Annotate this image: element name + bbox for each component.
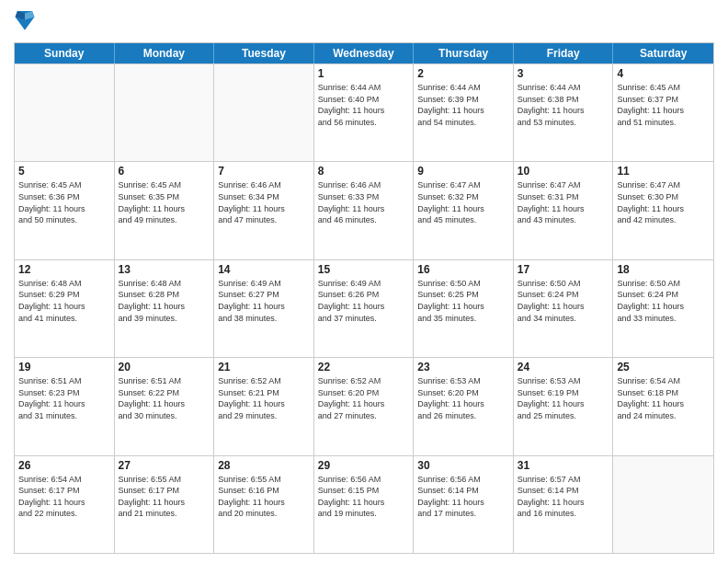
day-number: 24 xyxy=(518,361,609,373)
day-number: 25 xyxy=(617,361,710,373)
weekday-header-monday: Monday xyxy=(115,43,215,63)
cell-info: Sunrise: 6:44 AM Sunset: 6:39 PM Dayligh… xyxy=(417,82,509,128)
calendar-cell-day-30: 30Sunrise: 6:56 AM Sunset: 6:14 PM Dayli… xyxy=(414,456,514,553)
day-number: 28 xyxy=(218,459,310,472)
weekday-header-sunday: Sunday xyxy=(15,43,115,63)
cell-info: Sunrise: 6:53 AM Sunset: 6:20 PM Dayligh… xyxy=(417,375,509,421)
cell-info: Sunrise: 6:44 AM Sunset: 6:40 PM Dayligh… xyxy=(318,82,410,128)
weekday-header-thursday: Thursday xyxy=(414,43,514,63)
calendar-cell-day-22: 22Sunrise: 6:52 AM Sunset: 6:20 PM Dayli… xyxy=(314,358,415,454)
cell-info: Sunrise: 6:50 AM Sunset: 6:24 PM Dayligh… xyxy=(518,278,609,324)
cell-info: Sunrise: 6:54 AM Sunset: 6:18 PM Dayligh… xyxy=(617,375,710,421)
cell-info: Sunrise: 6:50 AM Sunset: 6:24 PM Dayligh… xyxy=(617,278,710,324)
calendar-cell-empty xyxy=(15,64,115,161)
header xyxy=(14,9,714,35)
day-number: 2 xyxy=(417,67,509,80)
cell-info: Sunrise: 6:51 AM Sunset: 6:22 PM Dayligh… xyxy=(119,375,210,421)
calendar-cell-day-11: 11Sunrise: 6:47 AM Sunset: 6:30 PM Dayli… xyxy=(613,162,713,259)
calendar-cell-day-20: 20Sunrise: 6:51 AM Sunset: 6:22 PM Dayli… xyxy=(115,358,215,454)
day-number: 26 xyxy=(18,459,110,472)
day-number: 15 xyxy=(318,263,410,276)
cell-info: Sunrise: 6:48 AM Sunset: 6:28 PM Dayligh… xyxy=(119,278,210,324)
cell-info: Sunrise: 6:47 AM Sunset: 6:32 PM Dayligh… xyxy=(417,179,509,225)
cell-info: Sunrise: 6:46 AM Sunset: 6:34 PM Dayligh… xyxy=(218,179,310,225)
day-number: 27 xyxy=(119,459,210,472)
day-number: 29 xyxy=(318,459,410,472)
page: SundayMondayTuesdayWednesdayThursdayFrid… xyxy=(0,0,728,563)
cell-info: Sunrise: 6:48 AM Sunset: 6:29 PM Dayligh… xyxy=(18,278,110,324)
calendar-row-4: 19Sunrise: 6:51 AM Sunset: 6:23 PM Dayli… xyxy=(15,357,713,454)
cell-info: Sunrise: 6:53 AM Sunset: 6:19 PM Dayligh… xyxy=(518,375,609,421)
day-number: 21 xyxy=(218,361,310,373)
cell-info: Sunrise: 6:46 AM Sunset: 6:33 PM Dayligh… xyxy=(318,179,410,225)
calendar-cell-day-12: 12Sunrise: 6:48 AM Sunset: 6:29 PM Dayli… xyxy=(15,260,115,357)
cell-info: Sunrise: 6:57 AM Sunset: 6:14 PM Dayligh… xyxy=(518,474,609,520)
calendar-cell-day-24: 24Sunrise: 6:53 AM Sunset: 6:19 PM Dayli… xyxy=(514,358,614,454)
calendar-cell-day-4: 4Sunrise: 6:45 AM Sunset: 6:37 PM Daylig… xyxy=(613,64,713,161)
cell-info: Sunrise: 6:47 AM Sunset: 6:31 PM Dayligh… xyxy=(518,179,609,225)
calendar-row-1: 1Sunrise: 6:44 AM Sunset: 6:40 PM Daylig… xyxy=(15,63,713,161)
day-number: 20 xyxy=(119,361,210,373)
day-number: 14 xyxy=(218,263,310,276)
cell-info: Sunrise: 6:56 AM Sunset: 6:15 PM Dayligh… xyxy=(318,474,410,520)
calendar-cell-day-9: 9Sunrise: 6:47 AM Sunset: 6:32 PM Daylig… xyxy=(414,162,514,259)
cell-info: Sunrise: 6:50 AM Sunset: 6:25 PM Dayligh… xyxy=(417,278,509,324)
calendar-row-2: 5Sunrise: 6:45 AM Sunset: 6:36 PM Daylig… xyxy=(15,161,713,259)
calendar-cell-day-21: 21Sunrise: 6:52 AM Sunset: 6:21 PM Dayli… xyxy=(214,358,314,454)
cell-info: Sunrise: 6:56 AM Sunset: 6:14 PM Dayligh… xyxy=(417,474,509,520)
day-number: 7 xyxy=(218,165,310,178)
cell-info: Sunrise: 6:52 AM Sunset: 6:20 PM Dayligh… xyxy=(318,375,410,421)
cell-info: Sunrise: 6:45 AM Sunset: 6:36 PM Dayligh… xyxy=(18,179,110,225)
calendar-body: 1Sunrise: 6:44 AM Sunset: 6:40 PM Daylig… xyxy=(15,63,713,553)
calendar-cell-day-25: 25Sunrise: 6:54 AM Sunset: 6:18 PM Dayli… xyxy=(613,358,713,454)
calendar-header: SundayMondayTuesdayWednesdayThursdayFrid… xyxy=(15,43,713,63)
day-number: 22 xyxy=(318,361,410,373)
calendar-cell-day-31: 31Sunrise: 6:57 AM Sunset: 6:14 PM Dayli… xyxy=(514,456,614,553)
weekday-header-saturday: Saturday xyxy=(613,43,713,63)
day-number: 30 xyxy=(417,459,509,472)
calendar-cell-day-3: 3Sunrise: 6:44 AM Sunset: 6:38 PM Daylig… xyxy=(514,64,614,161)
day-number: 23 xyxy=(417,361,509,373)
calendar-row-5: 26Sunrise: 6:54 AM Sunset: 6:17 PM Dayli… xyxy=(15,455,713,553)
cell-info: Sunrise: 6:49 AM Sunset: 6:26 PM Dayligh… xyxy=(318,278,410,324)
calendar-cell-day-6: 6Sunrise: 6:45 AM Sunset: 6:35 PM Daylig… xyxy=(115,162,215,259)
day-number: 5 xyxy=(18,165,110,178)
day-number: 19 xyxy=(18,361,110,373)
calendar-cell-day-28: 28Sunrise: 6:55 AM Sunset: 6:16 PM Dayli… xyxy=(214,456,314,553)
cell-info: Sunrise: 6:55 AM Sunset: 6:17 PM Dayligh… xyxy=(119,474,210,520)
calendar-cell-empty xyxy=(115,64,215,161)
weekday-header-wednesday: Wednesday xyxy=(314,43,415,63)
cell-info: Sunrise: 6:49 AM Sunset: 6:27 PM Dayligh… xyxy=(218,278,310,324)
calendar-cell-day-27: 27Sunrise: 6:55 AM Sunset: 6:17 PM Dayli… xyxy=(115,456,215,553)
cell-info: Sunrise: 6:52 AM Sunset: 6:21 PM Dayligh… xyxy=(218,375,310,421)
calendar-cell-day-8: 8Sunrise: 6:46 AM Sunset: 6:33 PM Daylig… xyxy=(314,162,415,259)
calendar-cell-day-26: 26Sunrise: 6:54 AM Sunset: 6:17 PM Dayli… xyxy=(15,456,115,553)
day-number: 16 xyxy=(417,263,509,276)
day-number: 31 xyxy=(518,459,609,472)
cell-info: Sunrise: 6:44 AM Sunset: 6:38 PM Dayligh… xyxy=(518,82,609,128)
calendar-cell-empty xyxy=(613,456,713,553)
calendar-cell-day-16: 16Sunrise: 6:50 AM Sunset: 6:25 PM Dayli… xyxy=(414,260,514,357)
calendar-cell-day-29: 29Sunrise: 6:56 AM Sunset: 6:15 PM Dayli… xyxy=(314,456,415,553)
calendar-cell-day-13: 13Sunrise: 6:48 AM Sunset: 6:28 PM Dayli… xyxy=(115,260,215,357)
calendar-row-3: 12Sunrise: 6:48 AM Sunset: 6:29 PM Dayli… xyxy=(15,259,713,357)
day-number: 9 xyxy=(417,165,509,178)
calendar-cell-day-17: 17Sunrise: 6:50 AM Sunset: 6:24 PM Dayli… xyxy=(514,260,614,357)
calendar-cell-day-19: 19Sunrise: 6:51 AM Sunset: 6:23 PM Dayli… xyxy=(15,358,115,454)
day-number: 18 xyxy=(617,263,710,276)
cell-info: Sunrise: 6:45 AM Sunset: 6:37 PM Dayligh… xyxy=(617,82,710,128)
cell-info: Sunrise: 6:45 AM Sunset: 6:35 PM Dayligh… xyxy=(119,179,210,225)
calendar: SundayMondayTuesdayWednesdayThursdayFrid… xyxy=(14,42,714,554)
calendar-cell-day-18: 18Sunrise: 6:50 AM Sunset: 6:24 PM Dayli… xyxy=(613,260,713,357)
day-number: 8 xyxy=(318,165,410,178)
calendar-cell-day-2: 2Sunrise: 6:44 AM Sunset: 6:39 PM Daylig… xyxy=(414,64,514,161)
calendar-cell-day-14: 14Sunrise: 6:49 AM Sunset: 6:27 PM Dayli… xyxy=(214,260,314,357)
day-number: 1 xyxy=(318,67,410,80)
calendar-cell-day-1: 1Sunrise: 6:44 AM Sunset: 6:40 PM Daylig… xyxy=(314,64,415,161)
calendar-cell-day-23: 23Sunrise: 6:53 AM Sunset: 6:20 PM Dayli… xyxy=(414,358,514,454)
cell-info: Sunrise: 6:47 AM Sunset: 6:30 PM Dayligh… xyxy=(617,179,710,225)
day-number: 11 xyxy=(617,165,710,178)
day-number: 4 xyxy=(617,67,710,80)
cell-info: Sunrise: 6:55 AM Sunset: 6:16 PM Dayligh… xyxy=(218,474,310,520)
calendar-cell-day-7: 7Sunrise: 6:46 AM Sunset: 6:34 PM Daylig… xyxy=(214,162,314,259)
